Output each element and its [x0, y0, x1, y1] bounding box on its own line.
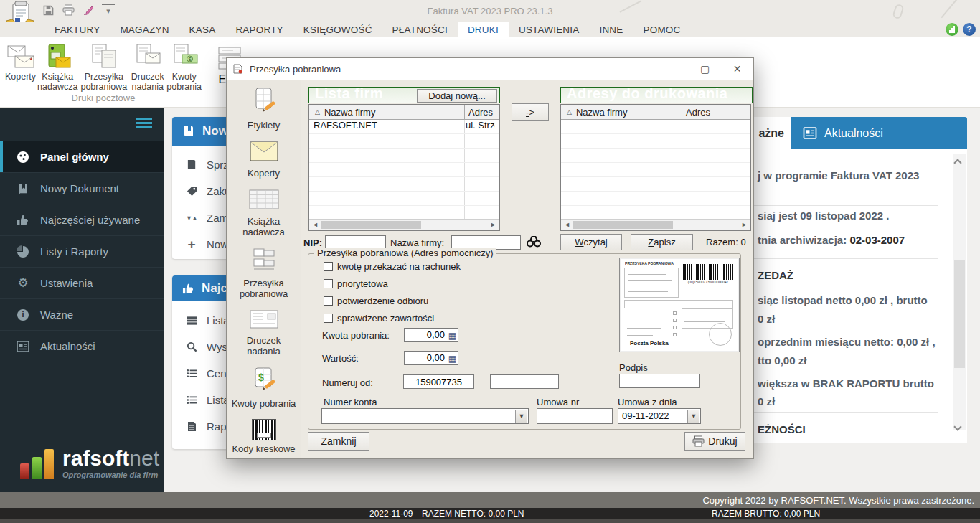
sidebar-item-najczesciej-uzywane[interactable]: Najczęściej używane — [0, 204, 164, 235]
menu-tab-ustawienia[interactable]: USTAWIENIA — [509, 22, 590, 37]
calculator-icon[interactable]: ▦ — [448, 352, 456, 365]
numeruj-od-input[interactable] — [403, 374, 474, 389]
kwota-pobrania-field[interactable]: 0,00▦ — [404, 328, 458, 342]
calculator-icon[interactable]: ▦ — [448, 329, 456, 342]
news-text: siaj jest 09 listopad 2022 . — [758, 209, 889, 222]
checkbox-icon[interactable] — [324, 279, 333, 288]
checkbox-kwota-rachunek[interactable]: kwotę przekazać na rachunek — [324, 261, 461, 272]
zapisz-button[interactable]: Zapisz — [631, 234, 693, 250]
add-company-button[interactable]: Dodaj nową... — [417, 89, 497, 103]
online-status-icon[interactable] — [946, 23, 958, 36]
money-pencil-icon: $ — [250, 367, 278, 395]
ribbon-koperty-button[interactable]: Koperty — [4, 40, 37, 93]
menu-tab-kasa[interactable]: KASA — [179, 22, 226, 37]
horizontal-scrollbar[interactable]: ◄ ► — [309, 219, 499, 230]
hamburger-menu-icon[interactable] — [136, 118, 152, 131]
horizontal-scrollbar[interactable]: ◄ ► — [561, 219, 750, 230]
scroll-left-icon[interactable]: ◄ — [564, 221, 570, 228]
help-icon[interactable]: ? — [963, 23, 976, 36]
checkbox-priorytetowa[interactable]: priorytetowa — [324, 278, 388, 289]
move-right-button[interactable]: -> — [512, 103, 549, 121]
checkbox-icon[interactable] — [324, 296, 333, 306]
column-header[interactable]: Nazwa firmy — [324, 107, 376, 118]
dlg-nav-etykiety[interactable]: Etykiety — [227, 87, 301, 131]
archive-date-link[interactable]: 02-03-2007 — [849, 234, 905, 246]
scroll-right-icon[interactable]: ► — [490, 221, 496, 228]
scroll-up-icon[interactable] — [955, 156, 964, 165]
sidebar-item-listy-i-raporty[interactable]: Listy i Raporty — [0, 235, 164, 267]
ribbon-kwoty-pobrania-button[interactable]: $ Kwoty pobrania — [166, 40, 202, 93]
news-text: 0 zł — [758, 313, 775, 325]
sidebar-item-panel-glowny[interactable]: Panel główny — [0, 141, 164, 172]
lista-firm-table[interactable]: △ Nazwa firmy Adres RAFSOFT.NET ul. Strz… — [308, 104, 500, 231]
column-header[interactable]: Adres — [686, 107, 710, 118]
umowa-nr-label: Umowa nr — [537, 397, 579, 407]
scroll-left-icon[interactable]: ◄ — [312, 221, 319, 228]
sidebar-item-nowy-dokument[interactable]: Nowy Dokument — [0, 172, 164, 204]
table-row[interactable]: RAFSOFT.NET ul. Strzelińska — [309, 120, 499, 134]
dlg-nav-kody-kreskowe[interactable]: Kody kreskowe — [227, 419, 301, 454]
maximize-button[interactable]: ▢ — [689, 58, 721, 80]
dlg-nav-przesylka-pobraniowa[interactable]: Przesyłka pobraniowa — [227, 248, 301, 299]
podpis-input[interactable] — [619, 374, 700, 388]
scroll-down-icon[interactable] — [955, 420, 964, 429]
thumbs-up-icon — [182, 283, 194, 295]
podpis-label: Podpis — [619, 362, 648, 373]
menu-tab-raporty[interactable]: RAPORTY — [225, 22, 293, 37]
zamknij-button[interactable]: Zamknij — [308, 432, 369, 451]
ribbon-przesylka-pobraniowa-button[interactable]: Przesyłka pobraniowa — [78, 40, 129, 93]
close-button[interactable]: ✕ — [721, 58, 753, 80]
dropdown-arrow-icon[interactable]: ▼ — [515, 410, 527, 423]
dlg-nav-ksiazka-nadawcza[interactable]: Książka nadawcza — [227, 189, 301, 237]
scroll-thumb[interactable] — [573, 221, 673, 229]
wczytaj-button[interactable]: Wczytaj — [560, 234, 622, 250]
checkbox-icon[interactable] — [324, 262, 333, 271]
numeruj-od-input-2[interactable] — [490, 374, 559, 389]
sidebar-item-aktualnosci[interactable]: Aktualności — [0, 330, 164, 362]
document-icon — [185, 421, 198, 432]
menu-tab-druki[interactable]: DRUKI — [458, 22, 509, 37]
checkbox-sprawdzene[interactable]: sprawdzene zawartości — [324, 313, 434, 324]
sidebar-item-wazne[interactable]: i Ważne — [0, 298, 164, 330]
column-header[interactable]: Nazwa firmy — [576, 107, 628, 118]
umowa-date-value: 09-11-2022 — [622, 410, 669, 421]
drukuj-button[interactable]: Drukuj — [684, 432, 745, 451]
sidebar-item-label: Nowy Dokument — [40, 182, 119, 194]
scroll-right-icon[interactable]: ► — [741, 221, 748, 228]
binder-envelope-icon — [43, 42, 72, 72]
dlg-nav-koperty[interactable]: Koperty — [227, 141, 301, 179]
umowa-nr-input[interactable] — [537, 408, 613, 424]
menu-tab-ksiegowosc[interactable]: KSIĘGOWOŚĆ — [293, 22, 382, 37]
nip-label: NIP: — [303, 237, 322, 248]
dlg-nav-kwoty-pobrania[interactable]: $ Kwoty pobrania — [227, 367, 301, 409]
sort-icon[interactable]: △ — [315, 108, 320, 116]
ribbon-ksiazka-nadawcza-button[interactable]: Książka nadawcza — [37, 40, 78, 93]
scroll-thumb[interactable] — [954, 260, 965, 368]
sort-icon[interactable]: △ — [567, 108, 572, 116]
checkbox-icon[interactable] — [324, 314, 333, 323]
dialog-titlebar[interactable]: Przesyłka pobraniowa – ▢ ✕ — [227, 58, 753, 80]
search-company-button[interactable] — [524, 234, 543, 251]
umowa-z-dnia-select[interactable]: 09-11-2022 ▼ — [618, 408, 701, 424]
menu-tab-pomoc[interactable]: POMOC — [633, 22, 691, 37]
numer-konta-select[interactable]: ▼ — [321, 408, 529, 424]
column-header[interactable]: Adres — [468, 107, 493, 118]
preview-title: PRZESYŁKA POBRANIOWA — [625, 262, 674, 265]
sidebar-item-ustawienia[interactable]: ⚙ Ustawienia — [0, 267, 164, 298]
adresy-table[interactable]: △ Nazwa firmy Adres ◄ ► — [560, 104, 751, 231]
minimize-button[interactable]: – — [656, 58, 689, 80]
dialog-title: Przesyłka pobraniowa — [250, 64, 341, 75]
barcode-icon — [252, 419, 276, 440]
dlg-nav-druczek-nadania[interactable]: Druczek nadania — [227, 309, 301, 357]
wartosc-field[interactable]: 0,00▦ — [404, 351, 458, 365]
news-scrollbar[interactable] — [953, 154, 966, 430]
dropdown-arrow-icon[interactable]: ▼ — [687, 410, 699, 423]
scroll-thumb[interactable] — [321, 221, 421, 229]
ribbon-druczek-nadania-button[interactable]: Druczek nadania — [129, 40, 166, 93]
menu-tab-platnosci[interactable]: PŁATNOŚCI — [382, 22, 458, 37]
menu-tab-magazyn[interactable]: MAGAZYN — [110, 22, 179, 37]
menu-tab-faktury[interactable]: FAKTURY — [44, 22, 110, 37]
checkbox-potwierdzenie[interactable]: potwierdzenie odbioru — [324, 296, 428, 306]
tab-aktualnosci[interactable]: Aktualności — [791, 117, 967, 149]
menu-tab-inne[interactable]: INNE — [589, 22, 633, 37]
